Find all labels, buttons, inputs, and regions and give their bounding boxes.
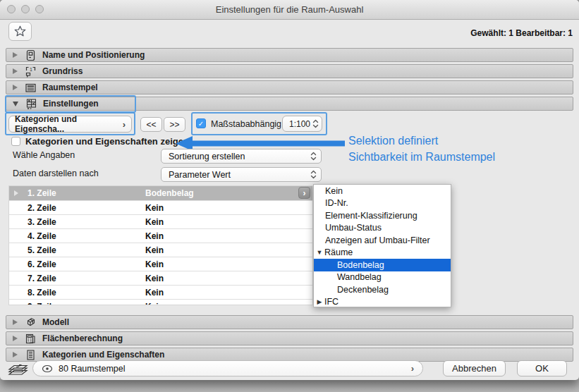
table-row[interactable]: 4. Zeile Kein	[9, 228, 312, 243]
row-label: 7. Zeile	[28, 274, 56, 283]
row-label: 4. Zeile	[28, 231, 56, 241]
section-raumstempel[interactable]: Raumstempel	[6, 80, 573, 94]
daten-darstellen-label: Daten darstellen nach	[13, 169, 99, 178]
chevron-right-icon	[13, 68, 18, 74]
previous-button[interactable]: <<	[140, 117, 162, 132]
dropdown-value: Sortierung erstellen	[169, 152, 245, 161]
row-value: Kein	[145, 288, 164, 298]
row-value: Kein	[145, 302, 164, 306]
menu-item[interactable]: ID-Nr.	[314, 197, 451, 210]
table-row[interactable]: 1. Zeile Bodenbelag ›	[9, 186, 312, 200]
floorplan-icon: 1	[25, 66, 37, 78]
chevron-right-icon	[13, 85, 18, 90]
raumstempel-selector-button[interactable]: 80 Raumstempel ›	[32, 360, 423, 376]
table-row[interactable]: 5. Zeile Kein	[9, 243, 312, 257]
section-kategorien-und-eigenschaften[interactable]: Kategorien und Eigenschaften	[6, 348, 573, 362]
star-icon	[13, 25, 27, 38]
menu-item[interactable]: Element-Klassifizierung	[314, 209, 451, 222]
daten-darstellen-dropdown[interactable]: Parameter Wert	[161, 167, 322, 182]
row-value: Bodenbelag	[145, 188, 194, 198]
section-flaechenberechnung[interactable]: Flächenberechnung	[6, 331, 573, 345]
stepper-chevrons-icon	[310, 151, 317, 161]
massstababhaengig-checkbox[interactable]: ✓	[196, 118, 206, 128]
checkmark-icon: ✓	[198, 120, 204, 128]
menu-item-selected[interactable]: Bodenbelag	[314, 259, 451, 271]
menu-item[interactable]: Wandbelag	[314, 271, 451, 284]
massstababhaengig-label: Maßstababhängig	[211, 119, 281, 129]
kategorien-zeigen-checkbox[interactable]	[11, 137, 20, 146]
parameter-popup-menu: Kein ID-Nr. Element-Klassifizierung Umba…	[313, 184, 451, 307]
scale-stepper[interactable]: 1:100	[282, 116, 322, 132]
raumstempel-label: 80 Raumstempel	[59, 364, 126, 374]
section-label: Modell	[42, 317, 69, 327]
kategorien-zeigen-label: Kategorien und Eigenschaften zeigen	[25, 136, 189, 147]
title-bar: Einstellungen für die Raum-Auswahl	[0, 0, 579, 20]
popup-button-label: Kategorien und Eigenscha...	[15, 114, 123, 134]
dropdown-value: Parameter Wert	[169, 170, 231, 180]
row-value: Kein	[145, 274, 164, 283]
annotation-text: Selektion definiert Sichtbarkeit im Raum…	[348, 133, 495, 165]
section-modell[interactable]: Modell	[6, 315, 573, 329]
table-row[interactable]: 8. Zeile Kein	[9, 285, 312, 299]
zeile-table: 1. Zeile Bodenbelag › 2. Zeile Kein 3. Z…	[8, 185, 313, 305]
row-label: 1. Zeile	[28, 188, 56, 198]
menu-item-label: Räume	[324, 247, 353, 257]
layers-icon	[7, 360, 29, 378]
row-options-button[interactable]: ›	[298, 187, 310, 199]
table-row[interactable]: 3. Zeile Kein	[9, 214, 312, 228]
section-name-und-positionierung[interactable]: Name und Positionierung	[6, 48, 573, 62]
menu-item-label: IFC	[324, 297, 339, 307]
row-label: 3. Zeile	[28, 217, 56, 227]
menu-item[interactable]: Kein	[314, 185, 451, 197]
chevron-right-icon	[13, 52, 18, 58]
table-row[interactable]: 6. Zeile Kein	[9, 257, 312, 271]
menu-item-group[interactable]: ▶ IFC	[314, 296, 451, 309]
stepper-chevrons-icon	[312, 118, 319, 129]
menu-item[interactable]: Umbau-Status	[314, 222, 451, 235]
next-button[interactable]: >>	[164, 117, 185, 132]
waehle-angaben-dropdown[interactable]: Sortierung erstellen	[161, 149, 322, 164]
disclosure-triangle-icon	[14, 190, 18, 196]
chevron-right-icon: ›	[411, 363, 414, 374]
selection-status: Gewählt: 1 Bearbeitbar: 1	[470, 28, 573, 38]
name-tag-icon	[25, 49, 37, 61]
section-label: Grundriss	[42, 66, 83, 76]
calculator-icon	[25, 333, 37, 345]
annotation-line-1: Selektion definiert	[348, 133, 495, 149]
document-lines-icon	[25, 349, 37, 361]
chevron-down-icon	[13, 102, 18, 106]
chevron-right-icon	[13, 352, 18, 357]
cancel-button[interactable]: Abbrechen	[443, 360, 506, 376]
menu-item[interactable]: Anzeigen auf Umbau-Filter	[314, 234, 451, 247]
section-label: Raumstempel	[42, 82, 98, 92]
section-label: Kategorien und Eigenschaften	[42, 350, 164, 360]
row-label: 8. Zeile	[28, 288, 56, 298]
ok-button[interactable]: OK	[517, 360, 567, 376]
triangle-right-icon: ▶	[316, 298, 323, 305]
stamp-lines-icon	[25, 82, 37, 94]
eye-icon	[42, 365, 53, 373]
menu-item-group[interactable]: ▼ Räume	[314, 247, 451, 259]
stepper-chevrons-icon	[310, 169, 317, 180]
row-label: 2. Zeile	[28, 203, 56, 213]
annotation-line-2: Sichtbarkeit im Raumstempel	[348, 149, 495, 165]
section-einstellungen[interactable]: Einstellungen	[6, 97, 573, 111]
table-row[interactable]: 2. Zeile Kein	[9, 200, 312, 214]
chevron-right-icon	[13, 319, 18, 325]
waehle-angaben-label: Wähle Angaben	[13, 150, 75, 160]
menu-item[interactable]: Deckenbelag	[314, 283, 451, 296]
svg-text:1: 1	[30, 66, 32, 71]
favorites-button[interactable]	[8, 22, 32, 41]
row-value: Kein	[145, 245, 164, 255]
scale-value: 1:100	[289, 119, 310, 129]
table-row[interactable]: 9. Zeile Kein	[9, 299, 312, 305]
settings-grid-icon	[25, 98, 37, 110]
kategorien-eigenschaften-popup-button[interactable]: Kategorien und Eigenscha... ›	[8, 116, 132, 133]
window-title: Einstellungen für die Raum-Auswahl	[0, 4, 579, 15]
row-value: Kein	[145, 217, 164, 227]
chevron-right-icon	[13, 336, 18, 341]
section-grundriss[interactable]: 1 Grundriss	[6, 64, 573, 78]
table-row[interactable]: 7. Zeile Kein	[9, 271, 312, 285]
row-label: 5. Zeile	[28, 245, 56, 255]
row-label: 9. Zeile	[28, 302, 56, 306]
